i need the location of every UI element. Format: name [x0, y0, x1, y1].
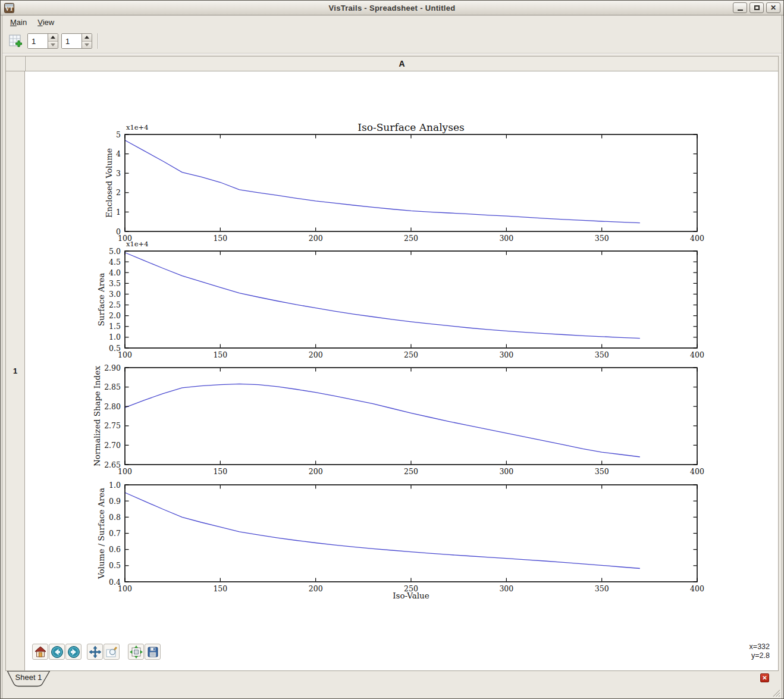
menu-bar: Main View [2, 15, 782, 29]
menu-view[interactable]: View [32, 16, 59, 29]
svg-text:400: 400 [690, 467, 704, 476]
tab-sheet-1-label: Sheet 1 [7, 673, 50, 682]
svg-text:400: 400 [690, 234, 704, 243]
svg-text:3: 3 [116, 169, 121, 178]
svg-text:350: 350 [595, 584, 609, 593]
svg-text:300: 300 [499, 234, 513, 243]
nav-home-button[interactable] [32, 644, 48, 660]
maximize-icon [754, 5, 760, 10]
data-line-surface-area [125, 253, 640, 338]
svg-text:0.6: 0.6 [109, 545, 121, 554]
ylabel-normalized-shape-index: Normalized Shape Index [92, 366, 102, 466]
offset-text: x1e+4 [126, 123, 149, 131]
spin-up-button[interactable] [48, 34, 58, 42]
svg-text:150: 150 [213, 467, 227, 476]
svg-text:4.5: 4.5 [109, 258, 121, 267]
resize-grip-icon[interactable] [771, 688, 780, 697]
home-icon [34, 645, 47, 659]
svg-text:1.0: 1.0 [109, 481, 121, 490]
column-count-input[interactable] [62, 34, 81, 48]
svg-text:400: 400 [690, 584, 704, 593]
spin-down-button[interactable] [82, 42, 92, 49]
row-header-1[interactable]: 1 [5, 71, 25, 671]
svg-text:2.80: 2.80 [104, 402, 121, 411]
red-x-icon: ✕ [762, 675, 767, 681]
figure-xlabel: Iso-Value [393, 591, 429, 600]
nav-back-button[interactable] [49, 644, 65, 660]
svg-text:0.5: 0.5 [109, 344, 121, 353]
svg-text:100: 100 [118, 234, 132, 243]
column-count-spinbox[interactable] [61, 33, 92, 49]
menu-main[interactable]: Main [5, 16, 32, 29]
spin-down-button[interactable] [48, 42, 58, 49]
svg-text:2.5: 2.5 [109, 300, 121, 309]
subplot-normalized-shape-index: 1001502002503003504002.652.702.752.802.8… [92, 363, 704, 477]
svg-text:150: 150 [213, 350, 227, 359]
svg-text:0.8: 0.8 [109, 513, 121, 522]
status-strip [2, 685, 782, 698]
arrow-down-icon [51, 43, 55, 46]
svg-text:2.90: 2.90 [104, 363, 121, 372]
ylabel-volume-per-surface-area: Volume / Surface Area [96, 488, 106, 579]
forward-icon [67, 645, 80, 659]
svg-text:100: 100 [118, 350, 132, 359]
pan-icon [89, 645, 102, 659]
svg-text:150: 150 [213, 234, 227, 243]
titlebar: VT VisTrails - Spreadsheet - Untitled ✕ [1, 1, 783, 15]
nav-pan-button[interactable] [87, 644, 103, 660]
svg-text:100: 100 [118, 584, 132, 593]
save-icon [146, 645, 159, 659]
column-header-a[interactable]: A [25, 56, 779, 71]
tab-bar: Sheet 1 ✕ [2, 671, 782, 685]
svg-text:0.4: 0.4 [109, 578, 121, 587]
row-count-input[interactable] [28, 34, 48, 48]
arrow-down-icon [84, 43, 89, 46]
svg-text:250: 250 [404, 584, 418, 593]
tab-sheet-1[interactable]: Sheet 1 [7, 671, 55, 687]
svg-text:2.70: 2.70 [104, 441, 121, 450]
window-title: VisTrails - Spreadsheet - Untitled [1, 4, 783, 12]
plot-nav-toolbar [32, 644, 161, 660]
svg-text:5: 5 [116, 130, 121, 139]
nav-zoom-button[interactable] [104, 644, 120, 660]
svg-text:350: 350 [595, 234, 609, 243]
data-line-enclosed-volume [125, 140, 640, 223]
svg-text:2: 2 [116, 188, 121, 197]
nav-save-button[interactable] [145, 644, 161, 660]
svg-text:250: 250 [404, 234, 418, 243]
ylabel-enclosed-volume: Enclosed Volume [104, 148, 114, 218]
close-tab-button[interactable]: ✕ [760, 673, 769, 682]
close-button[interactable]: ✕ [766, 2, 780, 13]
grid-plus-icon [8, 33, 23, 49]
svg-text:400: 400 [690, 350, 704, 359]
svg-text:4.0: 4.0 [109, 268, 121, 277]
svg-text:200: 200 [309, 350, 323, 359]
sheet-corner-cell [5, 56, 25, 71]
svg-text:0.9: 0.9 [109, 497, 121, 506]
svg-text:350: 350 [595, 350, 609, 359]
minimize-button[interactable] [733, 2, 747, 13]
svg-text:2.0: 2.0 [109, 311, 121, 320]
maximize-button[interactable] [749, 2, 764, 13]
svg-text:300: 300 [499, 350, 513, 359]
toolbar-separator [98, 33, 98, 49]
nav-forward-button[interactable] [65, 644, 81, 660]
vistrails-spreadsheet-window: VT VisTrails - Spreadsheet - Untitled ✕ … [0, 0, 784, 699]
new-sheet-button[interactable] [7, 32, 24, 50]
figure-title: Iso-Surface Analyses [357, 121, 464, 133]
nav-configure-subplots-button[interactable] [128, 644, 144, 660]
ylabel-surface-area: Surface Area [96, 273, 106, 327]
spreadsheet: A 1 100150200250300350400012345Enclosed … [5, 56, 779, 671]
subplot-surface-area: 1001502002503003504000.51.01.52.02.53.03… [96, 240, 704, 359]
svg-text:1.5: 1.5 [109, 322, 121, 331]
readout-x: x=332 [749, 642, 770, 651]
spin-up-button[interactable] [82, 34, 92, 42]
row-count-spinbox[interactable] [27, 33, 58, 49]
svg-text:250: 250 [404, 467, 418, 476]
svg-text:350: 350 [595, 467, 609, 476]
svg-text:2.85: 2.85 [104, 383, 121, 391]
svg-text:200: 200 [309, 467, 323, 476]
svg-text:100: 100 [118, 467, 132, 476]
svg-text:3.5: 3.5 [109, 279, 121, 288]
subplot-enclosed-volume: 100150200250300350400012345Enclosed Volu… [104, 123, 704, 243]
